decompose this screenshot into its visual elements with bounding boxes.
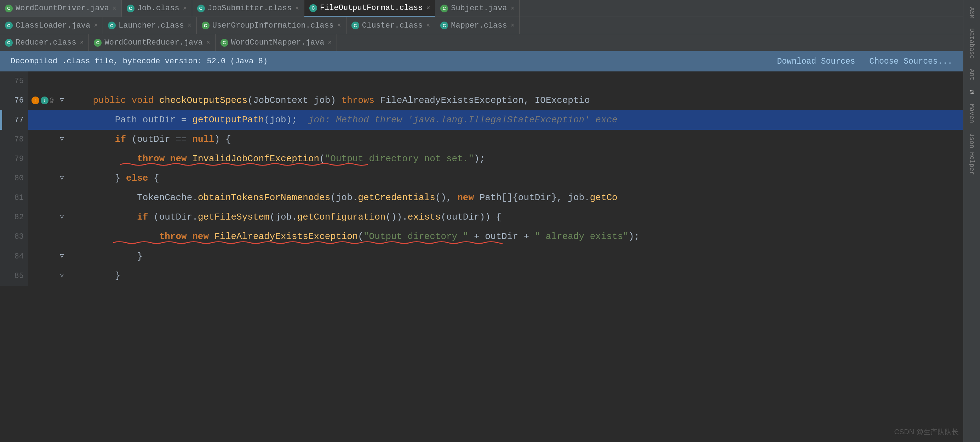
tab-close-subject[interactable]: × <box>511 5 515 12</box>
sidebar-asm[interactable]: ASM <box>967 3 977 22</box>
tab-close-mapper[interactable]: × <box>511 22 515 29</box>
gutter-icons-82 <box>28 208 57 227</box>
line-content-78: if (outDir == null) { <box>67 130 963 149</box>
gutter-icons-76: ↑ ↓ @ <box>28 91 57 110</box>
gutter-icons-81 <box>28 188 57 208</box>
code-line-80: 80 ▽ } else { <box>0 169 963 188</box>
line-num-81: 81 <box>0 188 28 208</box>
code-line-79: 79 throw new InvalidJobConfException("Ou… <box>0 149 963 169</box>
tab-icon-wordcountreducer: C <box>94 39 102 47</box>
tab-label-reducer: Reducer.class <box>16 38 76 47</box>
tab-icon-classloader: C <box>5 22 13 29</box>
tab-wordcountmapper[interactable]: C WordCountMapper.java × <box>216 34 337 51</box>
tab-close-wordcountdriver[interactable]: × <box>113 5 116 12</box>
fold-83 <box>57 227 67 246</box>
tab-cluster[interactable]: C Cluster.class × <box>347 17 435 33</box>
tab-close-jobsubmitter[interactable]: × <box>295 5 299 12</box>
tab-label-wordcountreducer: WordCountReducer.java <box>104 38 202 47</box>
tab-icon-jobsubmitter: C <box>197 5 205 13</box>
tab-label-cluster: Cluster.class <box>362 21 423 30</box>
main-wrapper: C WordCountDriver.java × C Job.class × C… <box>0 0 963 442</box>
tab-job[interactable]: C Job.class × <box>122 0 192 17</box>
tab-close-wordcountmapper[interactable]: × <box>328 39 332 46</box>
tab-fileoutputformat[interactable]: C FileOutputFormat.class × <box>304 0 435 17</box>
line-num-77: 77 <box>0 110 28 130</box>
tab-jobsubmitter[interactable]: C JobSubmitter.class × <box>192 0 304 17</box>
tab-label-classloader: ClassLoader.java <box>16 21 90 30</box>
fold-85[interactable]: ▽ <box>57 266 67 286</box>
line-num-82: 82 <box>0 208 28 227</box>
fold-80[interactable]: ▽ <box>57 169 67 188</box>
tab-icon-cluster: C <box>352 22 359 29</box>
gutter-icons-80 <box>28 169 57 188</box>
choose-sources-link[interactable]: Choose Sources... <box>869 57 952 66</box>
tab-close-launcher[interactable]: × <box>188 22 191 29</box>
line-num-84: 84 <box>0 247 28 266</box>
gutter-icons-85 <box>28 266 57 286</box>
fold-84[interactable]: ▽ <box>57 247 67 266</box>
tab-label-usergroupinfo: UserGroupInformation.class <box>212 21 334 30</box>
download-sources-link[interactable]: Download Sources <box>777 57 856 66</box>
tab-reducer[interactable]: C Reducer.class × <box>0 34 89 51</box>
line-num-85: 85 <box>0 266 28 286</box>
sidebar-database[interactable]: Database <box>967 25 977 62</box>
line-content-80: } else { <box>67 169 963 188</box>
fold-76[interactable]: ▽ <box>57 91 67 110</box>
sidebar-maven[interactable]: Maven <box>967 100 977 127</box>
code-line-77: 77 Path outDir = getOutputPath(job); job… <box>0 110 963 130</box>
code-line-78: 78 ▽ if (outDir == null) { <box>0 130 963 149</box>
line-content-81: TokenCache.obtainTokensForNamenodes(job.… <box>67 188 963 208</box>
code-line-84: 84 ▽ } <box>0 247 963 266</box>
gutter-icons-79 <box>28 149 57 169</box>
tab-icon-subject: C <box>440 5 448 13</box>
fold-75 <box>57 71 67 91</box>
code-line-76: 76 ↑ ↓ @ ▽ public void checkOutputSpecs(… <box>0 91 963 110</box>
code-line-85: 85 ▽ } <box>0 266 963 286</box>
right-sidebar: ASM Database Ant m Maven Json Helper <box>963 0 980 442</box>
line-content-79: throw new InvalidJobConfException("Outpu… <box>67 149 963 169</box>
tab-icon-wordcountdriver: C <box>5 5 13 13</box>
info-bar-links: Download Sources Choose Sources... <box>777 57 952 66</box>
tab-wordcountdriver[interactable]: C WordCountDriver.java × <box>0 0 122 17</box>
tab-close-usergroupinfo[interactable]: × <box>337 22 341 29</box>
fold-81 <box>57 188 67 208</box>
watermark: CSDN @生产队队长 <box>894 427 959 437</box>
tab-wordcountreducer[interactable]: C WordCountReducer.java × <box>89 34 215 51</box>
line-num-76: 76 <box>0 91 28 110</box>
tab-close-job[interactable]: × <box>183 5 187 12</box>
gutter-icon-at-76: @ <box>50 97 54 104</box>
fold-82[interactable]: ▽ <box>57 208 67 227</box>
sidebar-m[interactable]: m <box>967 87 977 98</box>
line-content-76: public void checkOutputSpecs(JobContext … <box>67 91 963 110</box>
gutter-icons-77 <box>28 110 57 130</box>
tab-label-wordcountdriver: WordCountDriver.java <box>16 4 109 13</box>
tab-icon-fileoutputformat: C <box>309 4 317 12</box>
tab-launcher[interactable]: C Launcher.class × <box>103 17 197 33</box>
code-line-81: 81 TokenCache.obtainTokensForNamenodes(j… <box>0 188 963 208</box>
line-num-75: 75 <box>0 71 28 91</box>
gutter-icons-83 <box>28 227 57 246</box>
tab-icon-usergroupinfo: C <box>202 22 210 29</box>
tab-classloader[interactable]: C ClassLoader.java × <box>0 17 103 33</box>
line-content-82: if (outDir.getFileSystem(job.getConfigur… <box>67 208 963 227</box>
code-line-82: 82 ▽ if (outDir.getFileSystem(job.getCon… <box>0 208 963 227</box>
fold-78[interactable]: ▽ <box>57 130 67 149</box>
tab-label-fileoutputformat: FileOutputFormat.class <box>320 3 423 13</box>
fold-79 <box>57 149 67 169</box>
tab-label-jobsubmitter: JobSubmitter.class <box>208 4 292 13</box>
info-bar: Decompiled .class file, bytecode version… <box>0 51 963 71</box>
sidebar-ant[interactable]: Ant <box>967 65 977 84</box>
tab-close-reducer[interactable]: × <box>80 39 84 46</box>
tab-close-wordcountreducer[interactable]: × <box>206 39 210 46</box>
tab-subject[interactable]: C Subject.java × <box>435 0 520 17</box>
tab-usergroupinfo[interactable]: C UserGroupInformation.class × <box>197 17 347 33</box>
tab-label-launcher: Launcher.class <box>119 21 184 30</box>
fold-77 <box>57 110 67 130</box>
tab-close-cluster[interactable]: × <box>426 22 430 29</box>
line-content-83: throw new FileAlreadyExistsException("Ou… <box>67 227 963 246</box>
tab-close-classloader[interactable]: × <box>94 22 98 29</box>
tab-mapper[interactable]: C Mapper.class × <box>435 17 520 33</box>
sidebar-json-helper[interactable]: Json Helper <box>967 130 977 179</box>
line-content-77: Path outDir = getOutputPath(job); job: M… <box>67 110 963 130</box>
tab-close-fileoutputformat[interactable]: × <box>426 5 430 12</box>
